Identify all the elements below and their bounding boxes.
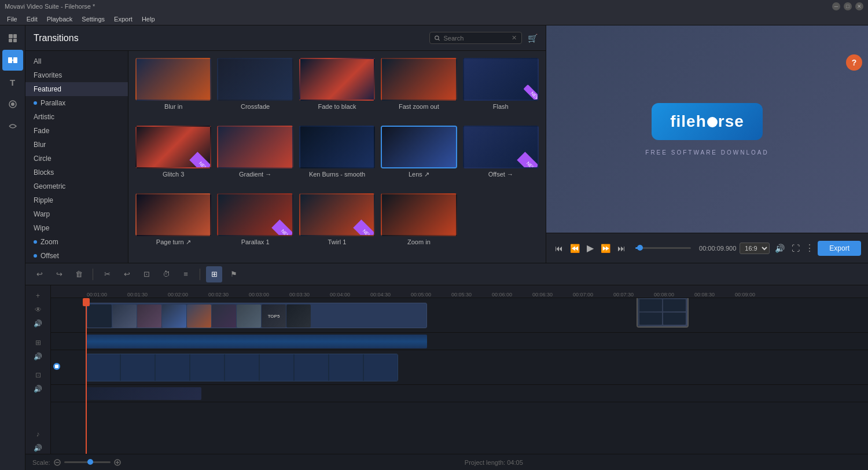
properties-btn[interactable]: ≡ <box>178 266 194 282</box>
skip-start-btn[interactable]: ⏮ <box>553 244 565 253</box>
search-box[interactable]: ✕ <box>429 32 522 44</box>
add-track-icon[interactable]: + <box>34 290 42 302</box>
track-icon-dot <box>53 363 60 370</box>
progress-handle[interactable] <box>637 245 643 251</box>
nav-favorites[interactable]: Favorites <box>25 68 128 82</box>
track-opts-icon[interactable]: ⊞ <box>34 337 43 348</box>
transition-parallax-1[interactable]: NEW Parallax 1 <box>217 193 293 256</box>
menu-file[interactable]: File <box>2 14 22 24</box>
menu-playback[interactable]: Playback <box>42 14 78 24</box>
menu-export[interactable]: Export <box>109 14 137 24</box>
transition-page-turn[interactable]: Page turn ↗ <box>135 193 211 256</box>
music-audio-icon[interactable]: 🔊 <box>32 442 44 454</box>
nav-parallax[interactable]: Parallax <box>25 96 128 110</box>
redo-btn[interactable]: ↪ <box>51 266 67 282</box>
video-clip[interactable]: TOP5 <box>86 303 427 328</box>
trans-label-12: Twirl 1 <box>328 238 347 245</box>
audio-icon[interactable]: 🔊 <box>32 318 44 329</box>
crop-btn[interactable]: ⊡ <box>138 266 155 282</box>
nav-circle-label: Circle <box>34 155 52 163</box>
trans-label-13: Zoom in <box>407 238 431 245</box>
playhead-head[interactable] <box>83 298 90 306</box>
nav-artistic[interactable]: Artistic <box>25 110 128 124</box>
skip-end-btn[interactable]: ⏭ <box>616 244 627 253</box>
ruler-mark-10: 00:06:00 <box>491 292 531 298</box>
subtitle-icon[interactable]: ⊡ <box>34 369 43 381</box>
stabilize-btn[interactable]: ⏱ <box>158 266 174 282</box>
menu-edit[interactable]: Edit <box>22 14 42 24</box>
transition-zoom-in[interactable]: Zoom in <box>381 193 457 256</box>
aspect-ratio-select[interactable]: 16:9 4:3 1:1 <box>740 243 770 254</box>
copy-btn[interactable]: ↩ <box>119 266 135 282</box>
timeline-ruler: 00:01:00 00:01:30 00:02:00 00:02:30 00:0… <box>51 285 868 298</box>
close-btn[interactable]: ✕ <box>855 2 863 10</box>
volume-icon[interactable]: 🔊 <box>773 244 786 253</box>
zoom-in-icon[interactable] <box>114 459 121 466</box>
menu-help[interactable]: Help <box>137 14 160 24</box>
scale-handle[interactable] <box>87 459 93 465</box>
nav-geometric[interactable]: Geometric <box>25 179 128 193</box>
transition-offset[interactable]: NEW Offset → <box>463 126 539 188</box>
play-btn[interactable]: ▶ <box>585 243 595 254</box>
transition-blur-in[interactable]: Blur in <box>135 58 211 120</box>
nav-blocks-label: Blocks <box>34 168 54 177</box>
cut-btn[interactable]: ✂ <box>99 266 115 282</box>
fullscreen-icon[interactable]: ⛶ <box>790 244 801 253</box>
export-button[interactable]: Export <box>818 241 861 256</box>
minimize-btn[interactable]: ─ <box>832 2 840 10</box>
eye-icon[interactable]: 👁 <box>33 304 43 315</box>
subtitle-bar[interactable] <box>86 354 398 381</box>
menu-settings[interactable]: Settings <box>77 14 109 24</box>
music-icon[interactable]: ♪ <box>35 428 42 440</box>
offset-dot <box>34 254 37 258</box>
top-section: Transitions ✕ 🛒 All F <box>25 25 868 263</box>
toolbar-sep-1 <box>93 269 93 280</box>
nav-ripple[interactable]: Ripple <box>25 193 128 207</box>
text-icon-btn[interactable]: T <box>2 72 23 93</box>
nav-blocks[interactable]: Blocks <box>25 166 128 179</box>
search-input[interactable] <box>443 35 508 42</box>
nav-artistic-label: Artistic <box>34 113 54 121</box>
next-frame-btn[interactable]: ⏩ <box>599 244 612 253</box>
transition-crossfade[interactable]: Crossfade <box>217 58 293 120</box>
maximize-btn[interactable]: □ <box>844 2 852 10</box>
scale-slider[interactable] <box>64 461 111 463</box>
transition-ken-burns[interactable]: Ken Burns - smooth <box>299 126 375 188</box>
transition-flash[interactable]: NEW Flash <box>463 58 539 120</box>
search-clear-icon[interactable]: ✕ <box>512 34 517 42</box>
nav-blur[interactable]: Blur <box>25 138 128 152</box>
nav-all[interactable]: All <box>25 54 128 68</box>
transition-glitch-3[interactable]: NEW Glitch 3 <box>135 126 211 188</box>
nav-fade[interactable]: Fade <box>25 124 128 138</box>
markers-btn[interactable]: ⚑ <box>226 266 242 282</box>
undo-btn[interactable]: ↩ <box>31 266 47 282</box>
delete-btn[interactable]: 🗑 <box>71 266 87 282</box>
transition-fade-to-black[interactable]: Fade to black <box>299 58 375 120</box>
motion-icon-btn[interactable] <box>2 116 23 137</box>
progress-bar[interactable] <box>635 247 691 249</box>
transition-twirl-1[interactable]: NEW Twirl 1 <box>299 193 375 256</box>
transition-gradient[interactable]: Gradient → <box>217 126 293 188</box>
prev-frame-btn[interactable]: ⏪ <box>568 244 582 253</box>
transition-lens[interactable]: Lens ↗ <box>381 126 457 188</box>
nav-zoom[interactable]: Zoom <box>25 235 128 249</box>
cart-icon[interactable]: 🛒 <box>528 34 538 43</box>
more-options-icon[interactable]: ⋮ <box>805 243 814 254</box>
preview-time: 00:00:09.900 <box>699 245 736 252</box>
nav-offset[interactable]: Offset <box>25 249 128 263</box>
transition-fast-zoom-out[interactable]: Fast zoom out <box>381 58 457 120</box>
media-icon-btn[interactable] <box>2 28 23 49</box>
zoom-out-icon[interactable] <box>54 459 61 466</box>
nav-featured[interactable]: Featured <box>25 82 128 96</box>
filters-icon-btn[interactable] <box>2 94 23 115</box>
logo-box: filehrse <box>652 103 763 140</box>
transitions-icon-btn[interactable] <box>2 50 23 71</box>
nav-wipe[interactable]: Wipe <box>25 221 128 235</box>
nav-warp[interactable]: Warp <box>25 207 128 221</box>
vol-icon[interactable]: 🔊 <box>32 351 44 362</box>
nav-circle[interactable]: Circle <box>25 152 128 166</box>
video-thumb-8 <box>286 304 311 328</box>
transitions-tool-btn[interactable]: ⊞ <box>206 266 222 282</box>
help-button[interactable]: ? <box>846 54 862 71</box>
subtitle-audio-icon[interactable]: 🔊 <box>32 383 44 395</box>
